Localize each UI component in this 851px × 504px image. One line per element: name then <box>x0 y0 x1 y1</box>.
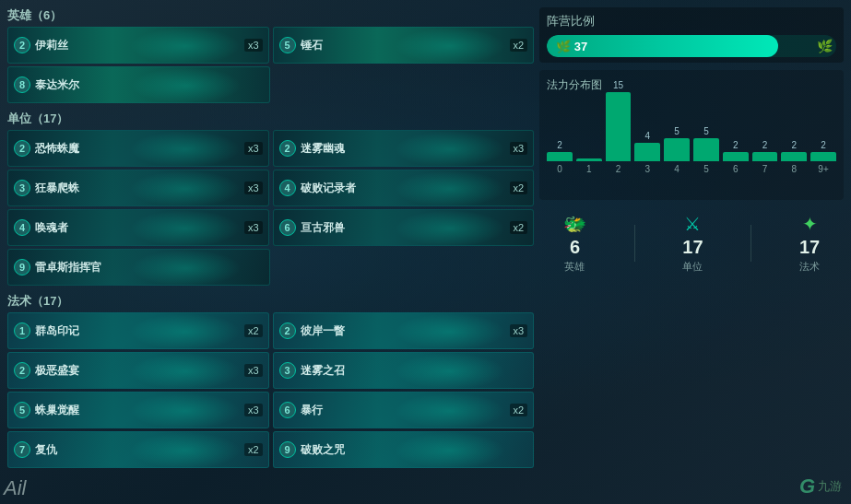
name: 极恶盛宴 <box>35 363 244 379</box>
count: x3 <box>244 364 263 377</box>
bar-label-top: 5 <box>703 123 709 136</box>
cost: 9 <box>279 441 296 458</box>
name: 破败之咒 <box>301 442 528 458</box>
bar-x-label: 9+ <box>818 164 828 174</box>
heroes-label: 英雄 <box>564 260 585 274</box>
bar-fill <box>781 152 807 161</box>
card-chronicler[interactable]: 4 破败记录者 x2 <box>273 170 535 206</box>
bar-fill <box>664 138 690 161</box>
cost: 3 <box>14 180 30 196</box>
cost: 6 <box>279 219 296 236</box>
name: 恐怖蛛魔 <box>35 141 244 157</box>
card-mist-call[interactable]: 3 迷雾之召 <box>273 352 535 389</box>
count: x3 <box>244 221 263 234</box>
card-elise[interactable]: 2 伊莉丝 x3 <box>7 27 269 64</box>
card-atrocity[interactable]: 6 暴行 x2 <box>273 392 535 428</box>
count: x2 <box>510 404 528 416</box>
heroes-value: 6 <box>570 237 580 258</box>
bar-x-label: 4 <box>674 164 680 174</box>
card-thresh-name: 锤石 <box>301 38 510 53</box>
heroes-row-2: 8 泰达米尔 <box>7 66 534 103</box>
card-rampaging-spider[interactable]: 3 狂暴爬蛛 x3 <box>7 170 269 206</box>
heroes-grid: 2 伊莉丝 x3 5 锤石 x2 <box>7 27 534 103</box>
card-ledros[interactable]: 9 雷卓斯指挥官 <box>7 249 270 286</box>
left-column: 英雄（6） 2 伊莉丝 x3 <box>7 7 534 497</box>
cost: 7 <box>14 441 30 458</box>
stat-spells: ✦ 17 法术 <box>799 213 820 274</box>
name: 亘古邪兽 <box>301 220 510 236</box>
card-tryndamere-cost: 8 <box>14 76 30 93</box>
card-thresh[interactable]: 5 锤石 x2 <box>273 27 535 64</box>
card-island-mark[interactable]: 1 群岛印记 x2 <box>7 312 269 349</box>
bar-x-label: 3 <box>645 164 651 174</box>
count: x3 <box>244 182 263 194</box>
cost: 2 <box>279 322 296 339</box>
bar-x-label: 8 <box>791 164 797 174</box>
count: x2 <box>244 443 263 456</box>
units-value: 17 <box>682 237 703 258</box>
chart-bar-9+: 29+ <box>810 137 836 174</box>
bar-x-label: 7 <box>762 164 768 174</box>
card-feast[interactable]: 2 极恶盛宴 x3 <box>7 352 269 389</box>
card-elise-cost: 2 <box>14 37 30 53</box>
chart-bar-5: 55 <box>693 123 719 174</box>
bar-x-label: 1 <box>586 164 592 174</box>
bar-label-top: 2 <box>821 137 826 150</box>
bar-x-label: 6 <box>733 164 739 174</box>
card-tryndamere[interactable]: 8 泰达米尔 <box>7 66 270 103</box>
stat-heroes: 🐲 6 英雄 <box>563 213 586 274</box>
ratio-bar-fill: 🌿 37 <box>547 35 778 57</box>
count: x3 <box>244 404 263 416</box>
cost: 5 <box>14 402 30 418</box>
main-container: 英雄（6） 2 伊莉丝 x3 <box>0 0 851 504</box>
mana-header: 法力分布图 <box>547 77 836 93</box>
count: x3 <box>510 142 528 155</box>
bar-fill <box>634 143 660 161</box>
bar-x-label: 0 <box>557 164 562 174</box>
bar-label-top: 4 <box>645 128 651 141</box>
chart-bar-8: 28 <box>781 137 807 174</box>
card-spider-hive[interactable]: 5 蛛巢觉醒 x3 <box>7 392 269 428</box>
bar-x-label: 2 <box>616 164 621 174</box>
card-elise-count: x3 <box>244 39 263 52</box>
units-section: 单位（17） 2 恐怖蛛魔 x3 <box>7 111 534 286</box>
card-thresh-count: x2 <box>510 39 528 52</box>
cost: 6 <box>279 402 296 418</box>
count: x3 <box>510 324 528 337</box>
bar-label-top: 15 <box>613 77 623 90</box>
ratio-section: 阵营比例 🌿 37 🌿 <box>539 7 844 63</box>
card-ruin-curse[interactable]: 9 破败之咒 <box>273 431 535 468</box>
card-soul-summoner[interactable]: 4 唤魂者 x3 <box>7 209 269 246</box>
units-icon: ⚔ <box>684 213 701 235</box>
bar-fill <box>606 92 632 161</box>
spells-row-4: 7 复仇 x2 9 破败之咒 <box>7 431 534 468</box>
bar-fill <box>576 158 602 161</box>
chart-area: 20115243545526272829+ <box>547 100 836 193</box>
card-vengeance[interactable]: 7 复仇 x2 <box>7 431 269 468</box>
cost: 4 <box>279 180 296 196</box>
bar-label-top: 2 <box>557 137 562 150</box>
spells-row-3: 5 蛛巢觉醒 x3 6 暴行 x2 <box>7 392 534 428</box>
spells-value: 17 <box>799 237 820 258</box>
units-label: 单位 <box>682 260 703 274</box>
card-thresh-cost: 5 <box>279 37 296 53</box>
count: x3 <box>244 142 263 155</box>
name: 迷雾之召 <box>301 363 528 379</box>
ratio-header: 阵营比例 <box>547 13 836 29</box>
card-ancient-evil[interactable]: 6 亘古邪兽 x2 <box>273 209 535 246</box>
card-spider-terror[interactable]: 2 恐怖蛛魔 x3 <box>7 130 269 167</box>
spells-row-2: 2 极恶盛宴 x3 3 迷雾之召 <box>7 352 534 389</box>
mana-section: 法力分布图 20115243545526272829+ <box>539 70 844 200</box>
spells-grid: 1 群岛印记 x2 2 彼岸一瞥 x3 <box>7 312 534 468</box>
card-mist-wraith[interactable]: 2 迷雾幽魂 x3 <box>273 130 535 167</box>
bar-label-top: 5 <box>674 123 680 136</box>
spells-section: 法术（17） 1 群岛印记 x2 <box>7 293 534 468</box>
chart-bar-0: 20 <box>547 137 573 174</box>
card-glimpse[interactable]: 2 彼岸一瞥 x3 <box>273 312 535 349</box>
heroes-row-1: 2 伊莉丝 x3 5 锤石 x2 <box>7 27 534 64</box>
bar-label-top: 2 <box>762 137 768 150</box>
heroes-section: 英雄（6） 2 伊莉丝 x3 <box>7 7 534 103</box>
chart-bar-7: 27 <box>752 137 778 174</box>
heroes-icon: 🐲 <box>563 213 586 235</box>
cost: 3 <box>279 362 296 379</box>
